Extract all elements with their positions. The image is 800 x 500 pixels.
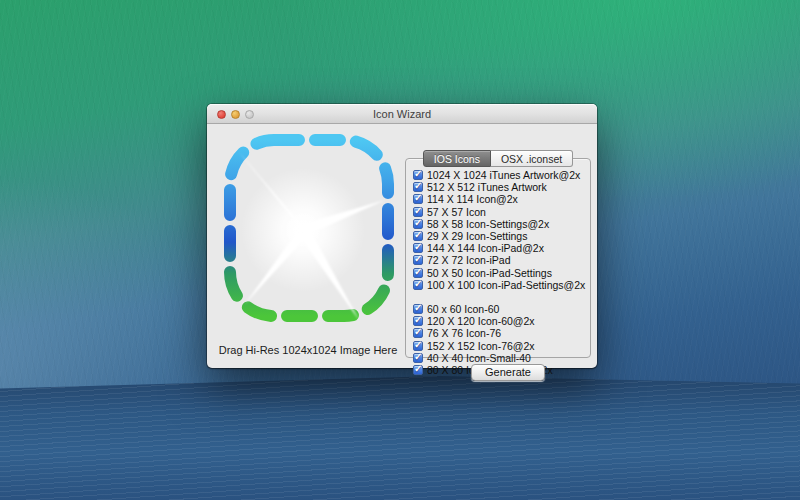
icon-size-label: 1024 X 1024 iTunes Artwork@2x xyxy=(427,169,580,181)
checkbox-checked-icon[interactable] xyxy=(413,243,423,253)
checkbox-checked-icon[interactable] xyxy=(413,182,423,192)
icon-size-row: 144 X 144 Icon-iPad@2x xyxy=(413,242,590,254)
icon-size-label: 57 X 57 Icon xyxy=(427,206,486,218)
icon-size-label: 76 X 76 Icon-76 xyxy=(427,327,501,339)
checkbox-checked-icon[interactable] xyxy=(413,365,423,375)
tab-osx-iconset[interactable]: OSX .iconset xyxy=(491,150,573,167)
icon-size-label: 29 X 29 Icon-Settings xyxy=(427,230,527,242)
icon-group-iphone: 1024 X 1024 iTunes Artwork@2x 512 X 512 … xyxy=(413,169,590,291)
icon-size-label: 72 X 72 Icon-iPad xyxy=(427,254,510,266)
icon-size-row: 114 X 114 Icon@2x xyxy=(413,193,590,205)
group-divider xyxy=(413,291,590,303)
drop-zone-caption: Drag Hi-Res 1024x1024 Image Here xyxy=(217,344,399,356)
icon-size-row: 512 X 512 iTunes Artwork xyxy=(413,181,590,193)
icon-size-row: 50 X 50 Icon-iPad-Settings xyxy=(413,267,590,279)
icon-size-label: 144 X 144 Icon-iPad@2x xyxy=(427,242,544,254)
icon-size-label: 100 X 100 Icon-iPad-Settings@2x xyxy=(427,279,585,291)
icon-size-row: 60 x 60 Icon-60 xyxy=(413,303,590,315)
icon-size-row: 76 X 76 Icon-76 xyxy=(413,327,590,339)
window-title: Icon Wizard xyxy=(207,104,597,124)
checkbox-checked-icon[interactable] xyxy=(413,219,423,229)
tab-bar: IOS Icons OSX .iconset xyxy=(406,150,590,167)
icon-size-label: 114 X 114 Icon@2x xyxy=(427,193,518,205)
checkbox-checked-icon[interactable] xyxy=(413,328,423,338)
icon-size-row: 29 X 29 Icon-Settings xyxy=(413,230,590,242)
icon-size-row: 1024 X 1024 iTunes Artwork@2x xyxy=(413,169,590,181)
checkbox-checked-icon[interactable] xyxy=(413,353,423,363)
icon-size-label: 512 X 512 iTunes Artwork xyxy=(427,181,547,193)
checkbox-checked-icon[interactable] xyxy=(413,304,423,314)
icon-size-label: 58 X 58 Icon-Settings@2x xyxy=(427,218,549,230)
icon-size-row: 120 X 120 Icon-60@2x xyxy=(413,315,590,327)
window-content: Drag Hi-Res 1024x1024 Image Here IOS Ico… xyxy=(207,124,597,367)
icon-size-row: 58 X 58 Icon-Settings@2x xyxy=(413,218,590,230)
wallpaper-foreground-water xyxy=(0,376,800,500)
icon-size-label: 120 X 120 Icon-60@2x xyxy=(427,315,535,327)
checkbox-checked-icon[interactable] xyxy=(413,231,423,241)
image-drop-zone[interactable]: Drag Hi-Res 1024x1024 Image Here xyxy=(217,128,399,342)
icon-size-label: 50 X 50 Icon-iPad-Settings xyxy=(427,267,552,279)
checkbox-checked-icon[interactable] xyxy=(413,255,423,265)
checkbox-checked-icon[interactable] xyxy=(413,341,423,351)
checkbox-checked-icon[interactable] xyxy=(413,316,423,326)
icon-size-row: 100 X 100 Icon-iPad-Settings@2x xyxy=(413,279,590,291)
icon-size-row: 152 X 152 Icon-76@2x xyxy=(413,339,590,351)
icon-size-label: 40 X 40 Icon-Small-40 xyxy=(427,352,531,364)
icon-list-panel: IOS Icons OSX .iconset 1024 X 1024 iTune… xyxy=(405,158,591,358)
icon-size-label: 152 X 152 Icon-76@2x xyxy=(427,340,535,352)
checkbox-checked-icon[interactable] xyxy=(413,170,423,180)
icon-size-row: 40 X 40 Icon-Small-40 xyxy=(413,352,590,364)
checkbox-checked-icon[interactable] xyxy=(413,268,423,278)
checkbox-checked-icon[interactable] xyxy=(413,207,423,217)
icon-size-row: 57 X 57 Icon xyxy=(413,206,590,218)
generate-button[interactable]: Generate xyxy=(471,364,545,381)
dashed-icon-placeholder-icon xyxy=(217,128,399,342)
titlebar[interactable]: Icon Wizard xyxy=(207,104,597,124)
icon-size-checklist: 1024 X 1024 iTunes Artwork@2x 512 X 512 … xyxy=(406,159,590,376)
icon-wizard-window: Icon Wizard xyxy=(207,104,597,368)
icon-size-label: 60 x 60 Icon-60 xyxy=(427,303,499,315)
icon-size-row: 72 X 72 Icon-iPad xyxy=(413,254,590,266)
checkbox-checked-icon[interactable] xyxy=(413,280,423,290)
tab-ios-icons[interactable]: IOS Icons xyxy=(423,150,491,167)
checkbox-checked-icon[interactable] xyxy=(413,194,423,204)
